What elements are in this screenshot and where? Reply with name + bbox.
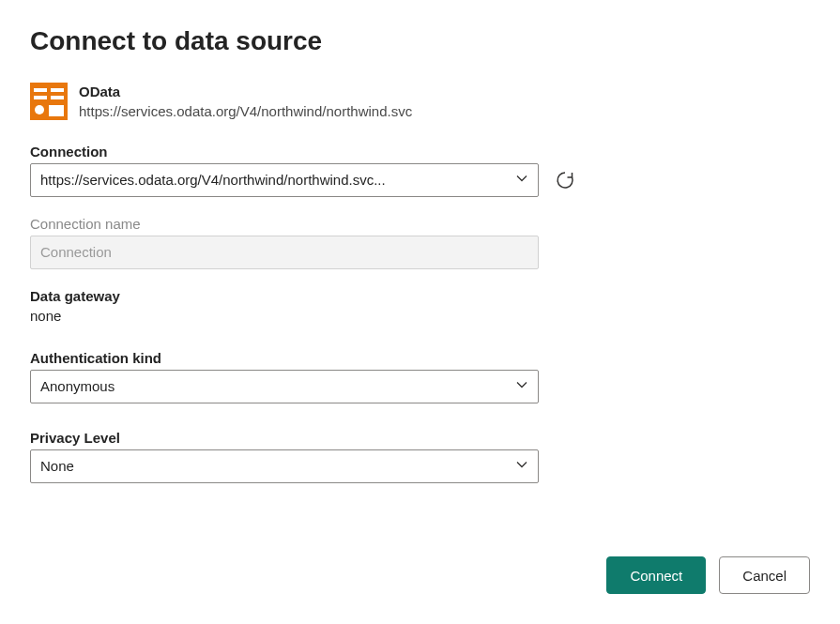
svg-rect-6 — [49, 105, 64, 116]
cancel-button[interactable]: Cancel — [719, 556, 810, 594]
privacy-select[interactable]: None — [30, 449, 539, 483]
source-name: OData — [79, 83, 412, 101]
connection-name-placeholder: Connection — [40, 244, 112, 260]
gateway-label: Data gateway — [30, 288, 810, 304]
odata-icon — [30, 83, 68, 120]
source-url: https://services.odata.org/V4/northwind/… — [79, 101, 412, 121]
connect-button[interactable]: Connect — [606, 556, 706, 594]
auth-kind-value: Anonymous — [40, 378, 508, 394]
connection-value: https://services.odata.org/V4/northwind/… — [40, 172, 508, 188]
dialog-buttons: Connect Cancel — [606, 556, 810, 594]
connection-select[interactable]: https://services.odata.org/V4/northwind/… — [30, 163, 539, 197]
chevron-down-icon — [515, 172, 528, 188]
connection-name-input[interactable]: Connection — [30, 236, 539, 269]
auth-kind-label: Authentication kind — [30, 350, 810, 366]
chevron-down-icon — [515, 378, 528, 394]
chevron-down-icon — [515, 458, 528, 474]
svg-point-5 — [35, 105, 44, 114]
connection-name-label: Connection name — [30, 216, 810, 232]
svg-rect-4 — [51, 96, 64, 99]
connection-label: Connection — [30, 144, 810, 160]
svg-rect-1 — [34, 88, 47, 92]
gateway-value: none — [30, 308, 810, 324]
privacy-value: None — [40, 458, 508, 474]
page-title: Connect to data source — [30, 26, 810, 56]
svg-rect-3 — [34, 96, 47, 99]
source-header: OData https://services.odata.org/V4/nort… — [30, 83, 810, 121]
svg-rect-2 — [51, 88, 64, 92]
privacy-label: Privacy Level — [30, 430, 810, 446]
refresh-button[interactable] — [552, 167, 578, 193]
auth-kind-select[interactable]: Anonymous — [30, 370, 539, 403]
refresh-icon — [555, 170, 575, 190]
